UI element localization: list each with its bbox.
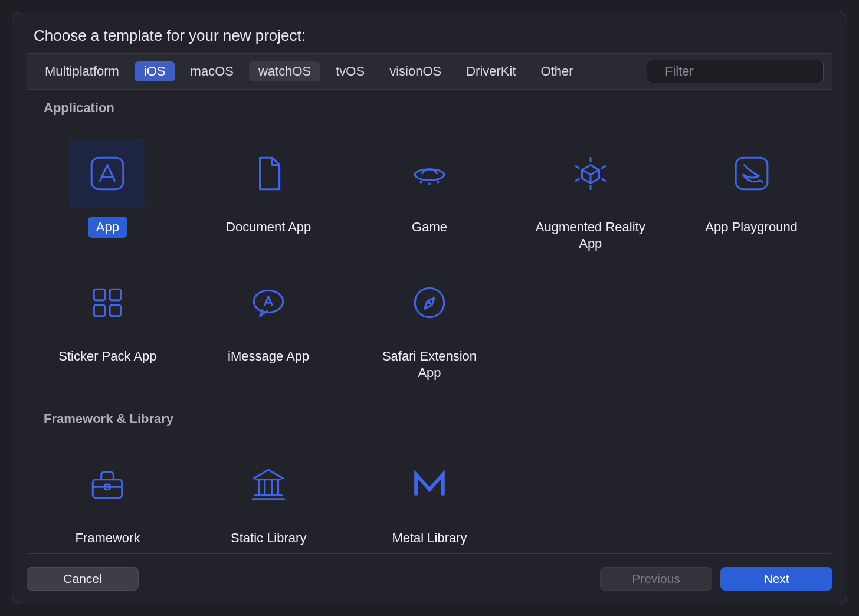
template-label: App — [88, 217, 127, 238]
template-label: Document App — [218, 217, 319, 238]
message-app-icon — [249, 283, 288, 322]
section-header: Application — [27, 90, 832, 124]
platform-tab-other[interactable]: Other — [532, 61, 583, 81]
svg-rect-10 — [94, 289, 106, 300]
template-grid: AppDocument AppGameAugmented Reality App… — [27, 124, 832, 401]
cancel-button[interactable]: Cancel — [27, 567, 139, 591]
app-store-icon — [88, 154, 127, 193]
template-item[interactable]: Game — [349, 130, 510, 260]
template-icon-box — [231, 139, 306, 208]
template-label: Framework — [67, 527, 148, 549]
platform-tab-watchos[interactable]: watchOS — [249, 61, 320, 81]
svg-rect-11 — [110, 289, 122, 300]
template-item[interactable]: Static Library — [188, 441, 349, 553]
platform-tab-tvos[interactable]: tvOS — [326, 61, 374, 81]
template-icon-box — [392, 268, 467, 338]
document-icon — [249, 154, 288, 193]
template-label: Sticker Pack App — [50, 346, 165, 367]
svg-point-6 — [419, 181, 422, 183]
template-icon-box — [70, 450, 145, 519]
platform-tab-driverkit[interactable]: DriverKit — [457, 61, 525, 81]
template-label: iMessage App — [219, 346, 317, 367]
svg-point-7 — [428, 182, 431, 185]
platform-tab-visionos[interactable]: visionOS — [380, 61, 451, 81]
platform-tab-macos[interactable]: macOS — [181, 61, 243, 81]
template-item[interactable]: iMessage App — [188, 260, 349, 389]
filter-input[interactable] — [665, 64, 827, 79]
svg-rect-9 — [736, 158, 768, 189]
metal-m-icon — [410, 465, 449, 504]
content-frame: MultiplatformiOSmacOSwatchOStvOSvisionOS… — [27, 53, 832, 554]
template-item[interactable]: Document App — [188, 130, 349, 260]
previous-button: Previous — [600, 567, 712, 591]
template-item[interactable]: App — [27, 130, 188, 260]
template-icon-box — [70, 268, 145, 338]
platform-tab-ios[interactable]: iOS — [135, 61, 175, 81]
template-label: Static Library — [222, 527, 314, 549]
svg-rect-4 — [92, 158, 124, 189]
svg-rect-12 — [94, 305, 106, 316]
svg-point-16 — [428, 301, 431, 304]
toolbox-icon — [88, 465, 127, 504]
compass-icon — [410, 283, 449, 322]
template-icon-box — [392, 139, 467, 208]
template-icon-box — [392, 450, 467, 519]
template-label: Metal Library — [383, 527, 475, 549]
svg-point-5 — [415, 169, 444, 181]
template-item[interactable]: Augmented Reality App — [510, 130, 671, 260]
template-label: Game — [404, 217, 455, 238]
grid-4-icon — [88, 283, 127, 322]
platform-tabbar: MultiplatformiOSmacOSwatchOStvOSvisionOS… — [27, 54, 832, 90]
template-icon-box — [714, 139, 789, 208]
swift-icon — [732, 154, 771, 193]
library-icon — [249, 465, 288, 504]
template-icon-box — [231, 268, 306, 338]
ar-cube-icon — [571, 154, 610, 193]
template-item[interactable]: App Playground — [671, 130, 832, 260]
svg-rect-13 — [110, 305, 122, 316]
ufo-icon — [410, 154, 449, 193]
template-icon-box — [553, 139, 628, 208]
template-item[interactable]: Sticker Pack App — [27, 260, 188, 389]
template-grid: FrameworkStatic LibraryMetal Library — [27, 435, 832, 553]
footer: Cancel Previous Next — [27, 554, 832, 591]
sheet-title: Choose a template for your new project: — [34, 27, 825, 45]
svg-point-8 — [437, 181, 439, 183]
template-label: Safari Extension App — [365, 346, 494, 383]
template-item[interactable]: Metal Library — [349, 441, 510, 553]
next-button[interactable]: Next — [720, 567, 832, 591]
section-header: Framework & Library — [27, 401, 832, 435]
template-item[interactable]: Framework — [27, 441, 188, 553]
svg-point-14 — [254, 290, 283, 312]
template-item[interactable]: Safari Extension App — [349, 260, 510, 389]
template-label: Augmented Reality App — [526, 217, 655, 254]
platform-tab-multiplatform[interactable]: Multiplatform — [35, 61, 129, 81]
new-project-template-sheet: Choose a template for your new project: … — [12, 12, 847, 604]
template-icon-box — [70, 139, 145, 208]
filter-field[interactable] — [647, 60, 824, 83]
template-label: App Playground — [697, 217, 806, 238]
template-icon-box — [231, 450, 306, 519]
template-list: ApplicationAppDocument AppGameAugmented … — [27, 90, 832, 553]
